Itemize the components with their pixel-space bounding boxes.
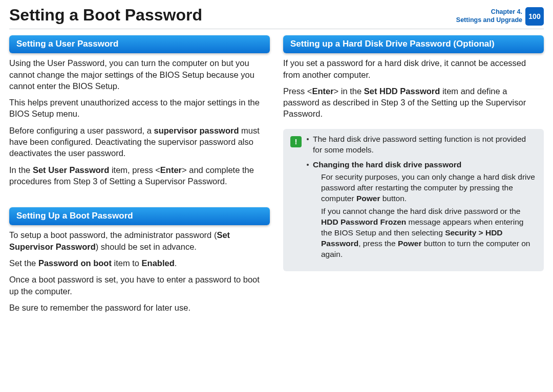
bold-text: Enabled	[142, 258, 175, 268]
alert-icon: !	[290, 136, 302, 147]
paragraph: Be sure to remember the password for lat…	[9, 302, 270, 313]
list-item: The hard disk drive password setting fun…	[307, 134, 537, 156]
paragraph: If you cannot change the hard disk drive…	[321, 206, 537, 260]
text: In the	[9, 165, 33, 175]
bullet-icon	[307, 164, 309, 166]
text: To setup a boot password, the administra…	[9, 230, 217, 239]
vertical-spacer	[9, 192, 270, 207]
page: Setting a Boot Password Chapter 4. Setti…	[0, 0, 553, 324]
list-item-text: The hard disk drive password setting fun…	[313, 134, 537, 156]
text: Set the	[9, 258, 38, 268]
text: For security purposes, you can only chan…	[321, 172, 535, 203]
paragraph: For security purposes, you can only chan…	[321, 172, 537, 204]
text: , press the	[358, 239, 398, 248]
bold-text: supervisor password	[154, 126, 239, 135]
text: > in the	[334, 86, 364, 96]
section-heading-user-password: Setting a User Password	[9, 35, 270, 53]
section-heading-boot-password: Setting Up a Boot Password	[9, 207, 270, 225]
list-item-text: Changing the hard disk drive password Fo…	[313, 160, 537, 260]
page-title: Setting a Boot Password	[9, 6, 202, 24]
bold-text: Enter	[160, 165, 182, 175]
paragraph: To setup a boot password, the administra…	[9, 229, 270, 252]
page-header: Setting a Boot Password Chapter 4. Setti…	[9, 6, 544, 26]
content-columns: Setting a User Password Using the User P…	[9, 35, 544, 318]
paragraph: In the Set User Password item, press <En…	[9, 164, 270, 187]
breadcrumb: Chapter 4. Settings and Upgrade 100	[456, 7, 544, 26]
bold-text: Power	[356, 194, 380, 203]
text: item, press <	[109, 165, 160, 175]
paragraph: Press <Enter> in the Set HDD Password it…	[283, 85, 544, 120]
paragraph: Using the User Password, you can turn th…	[9, 57, 270, 92]
bold-text: HDD Password Frozen	[321, 217, 406, 226]
bold-text: Power	[398, 239, 422, 248]
chapter-line1: Chapter 4.	[491, 8, 522, 15]
paragraph: If you set a password for a hard disk dr…	[283, 57, 544, 80]
note-callout: ! The hard disk drive password setting f…	[283, 129, 544, 271]
text: Before configuring a user password, a	[9, 126, 154, 135]
header-divider	[9, 29, 544, 29]
text: item to	[112, 258, 142, 268]
list-item: Changing the hard disk drive password Fo…	[307, 160, 537, 260]
right-column: Setting up a Hard Disk Drive Password (O…	[283, 35, 544, 318]
text: .	[175, 258, 177, 268]
paragraph: This helps prevent unauthorized access t…	[9, 97, 270, 120]
text: If you cannot change the hard disk drive…	[321, 207, 520, 215]
left-column: Setting a User Password Using the User P…	[9, 35, 270, 318]
bold-text: Set User Password	[33, 165, 109, 175]
page-number-badge: 100	[525, 7, 544, 26]
text: button.	[380, 194, 407, 203]
text: ) should be set in advance.	[96, 242, 197, 251]
breadcrumb-text: Chapter 4. Settings and Upgrade	[456, 8, 522, 24]
bold-text: Set HDD Password	[364, 86, 440, 96]
bold-text: Password on boot	[38, 258, 112, 268]
text: Press <	[283, 86, 312, 96]
bullet-icon	[307, 138, 309, 140]
bold-text: Enter	[312, 86, 333, 96]
bold-text: Changing the hard disk drive password	[313, 160, 461, 169]
section-heading-hdd-password: Setting up a Hard Disk Drive Password (O…	[283, 35, 544, 53]
paragraph: Before configuring a user password, a su…	[9, 125, 270, 159]
paragraph: Once a boot password is set, you have to…	[9, 274, 270, 297]
chapter-line2: Settings and Upgrade	[456, 16, 522, 24]
callout-body: The hard disk drive password setting fun…	[307, 134, 537, 264]
paragraph: Set the Password on boot item to Enabled…	[9, 257, 270, 269]
